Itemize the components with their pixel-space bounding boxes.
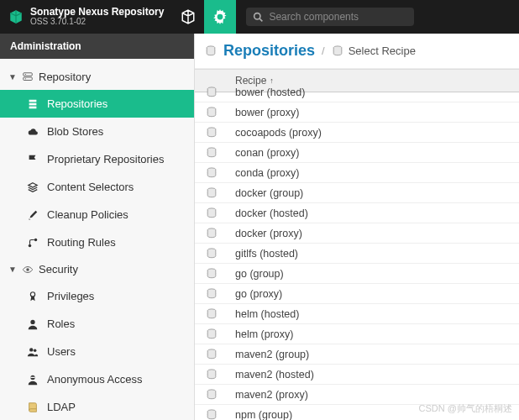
- database-icon: [206, 147, 218, 159]
- recipe-name: docker (proxy): [228, 223, 519, 244]
- stack-icon: [27, 98, 39, 110]
- database-icon: [206, 349, 218, 360]
- database-icon: [206, 167, 218, 179]
- breadcrumb-title[interactable]: Repositories: [223, 42, 315, 60]
- nexus-logo-icon: [8, 9, 24, 24]
- recipe-row[interactable]: docker (hosted): [195, 203, 519, 223]
- caret-down-icon: ▼: [8, 265, 17, 274]
- breadcrumb-sub: Select Recipe: [349, 45, 416, 57]
- recipe-row[interactable]: cocoapods (proxy): [195, 123, 519, 143]
- recipe-name: docker (hosted): [228, 202, 519, 224]
- brand[interactable]: Sonatype Nexus Repository OSS 3.70.1-02: [0, 0, 172, 34]
- cube-icon: [181, 9, 196, 24]
- brush-icon: [27, 209, 39, 221]
- top-bar: Sonatype Nexus Repository OSS 3.70.1-02: [0, 0, 519, 34]
- recipe-name: cocoapods (proxy): [228, 122, 519, 144]
- recipe-row[interactable]: go (proxy): [195, 284, 519, 304]
- nav-group-repository[interactable]: ▼ Repository: [0, 64, 194, 90]
- nav-group-security[interactable]: ▼ Security: [0, 256, 194, 282]
- users-icon: [27, 346, 39, 358]
- cloud-icon: [27, 126, 39, 138]
- recipe-name: go (group): [228, 263, 519, 285]
- recipe-name: helm (hosted): [228, 303, 519, 325]
- layers-icon: [27, 181, 39, 193]
- database-icon: [206, 288, 218, 300]
- recipe-name: maven2 (group): [228, 344, 519, 365]
- nav-item-users[interactable]: Users: [0, 338, 194, 365]
- database-icon: [206, 107, 218, 118]
- recipe-row[interactable]: conan (proxy): [195, 143, 519, 163]
- database-icon: [206, 328, 218, 340]
- nav-item-label: Cleanup Policies: [47, 208, 128, 221]
- sidebar-title: Administration: [0, 34, 194, 59]
- recipe-name: maven2 (hosted): [228, 364, 519, 386]
- route-icon: [27, 237, 39, 249]
- recipe-row[interactable]: docker (group): [195, 183, 519, 203]
- caret-down-icon: ▼: [8, 72, 17, 81]
- nav-item-content-selectors[interactable]: Content Selectors: [0, 173, 194, 201]
- breadcrumb-sep: /: [322, 45, 325, 57]
- nav-item-cleanup-policies[interactable]: Cleanup Policies: [0, 201, 194, 228]
- database-icon: [206, 409, 218, 421]
- recipe-name: conda (proxy): [228, 162, 519, 184]
- database-icon: [206, 369, 218, 381]
- anon-icon: [27, 374, 39, 386]
- recipe-name: bower (hosted): [228, 82, 519, 103]
- recipe-row[interactable]: maven2 (group): [195, 344, 519, 365]
- recipe-name: gitlfs (hosted): [228, 243, 519, 265]
- book-icon: [27, 402, 39, 413]
- recipe-row[interactable]: helm (hosted): [195, 304, 519, 324]
- recipe-row[interactable]: helm (proxy): [195, 324, 519, 344]
- database-icon: [332, 45, 343, 57]
- recipe-name: go (proxy): [228, 283, 519, 305]
- nav-item-label: Content Selectors: [47, 181, 134, 193]
- nav-item-anonymous-access[interactable]: Anonymous Access: [0, 365, 194, 393]
- database-icon: [206, 389, 218, 401]
- server-icon: [22, 71, 34, 83]
- grid-body[interactable]: bower (hosted)bower (proxy)cocoapods (pr…: [195, 82, 519, 420]
- database-icon: [206, 127, 218, 139]
- database-icon: [206, 268, 218, 280]
- nav-item-routing-rules[interactable]: Routing Rules: [0, 228, 194, 256]
- nav-item-roles[interactable]: Roles: [0, 310, 194, 338]
- nav-group-label: Security: [39, 263, 78, 276]
- recipe-row[interactable]: docker (proxy): [195, 223, 519, 244]
- eye-icon: [22, 264, 34, 276]
- recipe-name: bower (proxy): [228, 102, 519, 123]
- nav-item-privileges[interactable]: Privileges: [0, 282, 194, 310]
- nav-item-proprietary-repositories[interactable]: Proprietary Repositories: [0, 145, 194, 173]
- database-icon: [206, 207, 218, 219]
- flag-icon: [27, 154, 39, 165]
- search-input[interactable]: [269, 11, 407, 23]
- recipe-row[interactable]: gitlfs (hosted): [195, 244, 519, 264]
- nav-item-label: LDAP: [47, 401, 76, 413]
- nav-item-label: Proprietary Repositories: [47, 153, 164, 165]
- nav-item-ldap[interactable]: LDAP: [0, 393, 194, 420]
- nav-item-label: Anonymous Access: [47, 373, 142, 386]
- nav-item-label: Users: [47, 345, 76, 358]
- recipe-row[interactable]: maven2 (hosted): [195, 365, 519, 385]
- database-icon: [206, 308, 218, 320]
- recipe-row[interactable]: conda (proxy): [195, 163, 519, 183]
- nav-item-label: Repositories: [47, 97, 107, 110]
- nav-item-label: Blob Stores: [47, 125, 103, 138]
- database-icon: [206, 87, 218, 98]
- admin-button[interactable]: [204, 0, 236, 34]
- nav-item-repositories[interactable]: Repositories: [0, 90, 194, 118]
- browse-button[interactable]: [172, 0, 204, 34]
- database-icon: [206, 187, 218, 199]
- search-box[interactable]: [246, 8, 414, 26]
- breadcrumb: Repositories / Select Recipe: [195, 34, 519, 69]
- product-version: OSS 3.70.1-02: [30, 18, 164, 27]
- gear-icon: [212, 9, 228, 24]
- nav-item-label: Roles: [47, 318, 75, 330]
- nav-tree: ▼ Repository RepositoriesBlob StoresProp…: [0, 59, 194, 420]
- user-gear-icon: [27, 318, 39, 330]
- recipe-row[interactable]: bower (proxy): [195, 102, 519, 123]
- recipe-name: conan (proxy): [228, 142, 519, 164]
- nav-item-blob-stores[interactable]: Blob Stores: [0, 118, 194, 145]
- nav-item-label: Privileges: [47, 290, 94, 302]
- recipe-row[interactable]: go (group): [195, 264, 519, 284]
- recipe-name: docker (group): [228, 182, 519, 204]
- recipe-row[interactable]: bower (hosted): [195, 82, 519, 102]
